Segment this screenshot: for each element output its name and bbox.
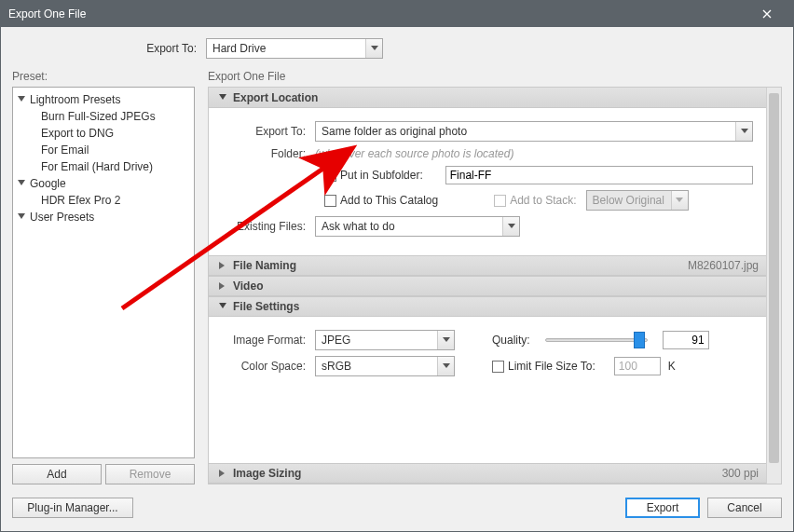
quality-slider[interactable]: [545, 331, 648, 349]
preset-group-google[interactable]: Google: [15, 175, 192, 192]
chevron-down-icon: [365, 39, 382, 58]
titlebar: Export One File: [1, 1, 793, 27]
checkbox-icon: [494, 195, 506, 207]
bottom-bar: Plug-in Manager... Export Cancel: [1, 484, 793, 531]
preset-group-lightroom[interactable]: Lightroom Presets: [15, 91, 192, 108]
vertical-scrollbar[interactable]: [766, 88, 781, 484]
preset-label: Preset:: [12, 70, 195, 83]
section-header-video[interactable]: Video: [209, 276, 766, 296]
existing-files-combo[interactable]: Ask what to do: [315, 216, 520, 237]
file-settings-body: Image Format: JPEG Quality: Co: [209, 317, 766, 395]
preset-buttons: Add Remove: [12, 464, 195, 484]
section-header-file-naming[interactable]: File Naming M8260107.jpg: [209, 255, 766, 276]
preset-panel: Preset: Lightroom Presets Burn Full-Size…: [12, 70, 195, 484]
stack-position-combo: Below Original: [586, 190, 689, 211]
chevron-down-icon: [671, 191, 688, 210]
folder-label: Folder:: [222, 147, 315, 160]
subfolder-input[interactable]: [445, 166, 753, 184]
limit-file-size-input: [614, 357, 661, 375]
add-to-catalog-label: Add to This Catalog: [340, 194, 438, 207]
chevron-down-icon: [502, 217, 519, 236]
export-button[interactable]: Export: [625, 498, 700, 518]
export-to-sub-label: Export To:: [222, 125, 315, 138]
close-icon: [762, 9, 772, 19]
preset-item[interactable]: For Email (Hard Drive): [15, 158, 192, 175]
limit-file-size-unit: K: [668, 360, 676, 373]
export-to-label: Export To:: [1, 42, 206, 55]
chevron-down-icon: [216, 303, 229, 310]
export-dialog: Export One File Export To: Hard Drive Pr…: [0, 0, 794, 532]
checkbox-icon: [324, 170, 336, 182]
window-title: Export One File: [8, 7, 86, 20]
section-header-file-settings[interactable]: File Settings: [209, 296, 766, 317]
export-to-value: Hard Drive: [207, 42, 365, 55]
export-location-body: Export To: Same folder as original photo…: [209, 108, 766, 255]
checkbox-icon: [324, 195, 336, 207]
chevron-down-icon: [15, 180, 28, 187]
plugin-manager-button[interactable]: Plug-in Manager...: [12, 498, 133, 518]
existing-files-label: Existing Files:: [222, 220, 315, 233]
chevron-right-icon: [216, 262, 229, 269]
color-space-label: Color Space:: [222, 360, 315, 373]
image-format-combo[interactable]: JPEG: [315, 330, 455, 350]
section-title: Export Location: [233, 91, 318, 104]
chevron-down-icon: [735, 122, 752, 141]
remove-preset-button[interactable]: Remove: [105, 464, 195, 484]
preset-item[interactable]: HDR Efex Pro 2: [15, 192, 192, 209]
settings-panel: Export One File Export Location Export T…: [208, 70, 782, 484]
section-header-image-sizing[interactable]: Image Sizing 300 ppi: [209, 463, 766, 484]
section-title: File Settings: [233, 300, 299, 313]
destination-value: Same folder as original photo: [316, 125, 735, 138]
image-sizing-summary: 300 ppi: [722, 467, 759, 480]
cancel-button[interactable]: Cancel: [707, 498, 782, 518]
chevron-down-icon: [216, 94, 229, 102]
scrollbar-thumb[interactable]: [769, 93, 779, 463]
add-preset-button[interactable]: Add: [12, 464, 102, 484]
limit-file-size-checkbox[interactable]: Limit File Size To:: [492, 360, 596, 373]
export-to-combo[interactable]: Hard Drive: [206, 38, 383, 59]
slider-track: [545, 338, 648, 342]
add-to-catalog-checkbox[interactable]: Add to This Catalog: [324, 194, 438, 207]
limit-file-size-label: Limit File Size To:: [508, 360, 596, 373]
section-header-export-location[interactable]: Export Location: [209, 88, 766, 108]
section-title: Video: [233, 280, 263, 293]
section-title: File Naming: [233, 259, 296, 272]
color-space-combo[interactable]: sRGB: [315, 356, 455, 376]
put-in-subfolder-checkbox[interactable]: Put in Subfolder:: [324, 169, 423, 182]
folder-value: (wherever each source photo is located): [315, 147, 513, 160]
slider-thumb[interactable]: [634, 332, 645, 348]
add-to-stack-checkbox: Add to Stack:: [494, 194, 576, 207]
close-button[interactable]: [748, 1, 786, 27]
chevron-down-icon: [437, 331, 454, 349]
quality-label: Quality:: [492, 334, 530, 347]
quality-input[interactable]: [663, 331, 709, 349]
preset-group-user[interactable]: User Presets: [15, 209, 192, 225]
preset-item[interactable]: Burn Full-Sized JPEGs: [15, 108, 192, 125]
existing-files-value: Ask what to do: [316, 220, 502, 233]
image-format-label: Image Format:: [222, 334, 315, 347]
export-to-row: Export To: Hard Drive: [1, 27, 793, 70]
put-in-subfolder-label: Put in Subfolder:: [340, 169, 423, 182]
color-space-value: sRGB: [316, 360, 437, 373]
section-title: Image Sizing: [233, 467, 301, 480]
stack-position-value: Below Original: [587, 194, 671, 207]
checkbox-icon: [492, 361, 504, 373]
image-format-value: JPEG: [316, 334, 437, 347]
preset-item[interactable]: Export to DNG: [15, 125, 192, 142]
chevron-right-icon: [216, 282, 229, 290]
destination-combo[interactable]: Same folder as original photo: [315, 121, 753, 142]
add-to-stack-label: Add to Stack:: [510, 194, 576, 207]
chevron-down-icon: [15, 213, 28, 221]
preset-item[interactable]: For Email: [15, 142, 192, 158]
file-naming-summary: M8260107.jpg: [688, 259, 759, 272]
chevron-right-icon: [216, 470, 229, 477]
settings-label: Export One File: [208, 70, 782, 83]
chevron-down-icon: [437, 357, 454, 375]
preset-tree[interactable]: Lightroom Presets Burn Full-Sized JPEGs …: [12, 87, 195, 458]
chevron-down-icon: [15, 96, 28, 103]
